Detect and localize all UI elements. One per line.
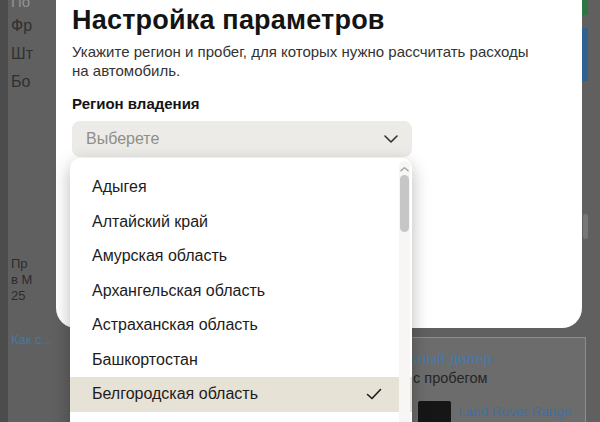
- region-option-label: Архангельская область: [92, 282, 265, 300]
- background-link-fragment: Как с...: [11, 332, 52, 347]
- modal-description-line: Укажите регион и пробег, для которых нуж…: [72, 43, 552, 62]
- region-option-label: Астраханская область: [92, 316, 258, 334]
- background-green-bar: [582, 0, 588, 15]
- background-blue-bar: [582, 28, 588, 81]
- background-paragraph-line: 25: [11, 288, 32, 304]
- scrollbar[interactable]: [399, 161, 410, 422]
- region-option[interactable]: Амурская область: [70, 239, 412, 274]
- region-field-label: Регион владения: [72, 95, 552, 113]
- background-text-fragment: По: [11, 0, 30, 10]
- region-select[interactable]: Выберете: [72, 121, 412, 157]
- region-option-label: Адыгея: [92, 178, 147, 196]
- region-list: Адыгея Алтайский край Амурская область А…: [70, 158, 412, 412]
- page-scrollbar-fragment: [583, 214, 588, 239]
- modal-description: Укажите регион и пробег, для которых нуж…: [72, 43, 552, 80]
- region-option[interactable]: Алтайский край: [70, 205, 412, 240]
- region-option[interactable]: Адыгея: [70, 170, 412, 205]
- car-model-link: Land Rover Range: [458, 404, 571, 419]
- background-paragraph-line: в М: [11, 272, 32, 288]
- region-option[interactable]: Архангельская область: [70, 274, 412, 309]
- background-text-fragment: Шт: [11, 45, 33, 63]
- background-edge: [0, 0, 8, 422]
- chevron-down-icon: [384, 135, 398, 143]
- region-option-label: Амурская область: [92, 247, 227, 265]
- background-text-fragment: Фр: [11, 17, 32, 35]
- region-dropdown: Адыгея Алтайский край Амурская область А…: [70, 158, 412, 422]
- background-paragraph-fragment: Пр в М 25: [11, 256, 32, 304]
- check-icon: [366, 388, 382, 400]
- modal-title: Настройка параметров: [72, 4, 552, 36]
- region-option-label: Белгородская область: [92, 385, 258, 403]
- region-option-label: Алтайский край: [92, 213, 208, 231]
- scrollbar-thumb[interactable]: [400, 175, 409, 232]
- background-paragraph-line: Пр: [11, 256, 32, 272]
- region-option[interactable]: Башкортостан: [70, 343, 412, 378]
- background-text-fragment: Бо: [11, 73, 30, 91]
- region-option-label: Башкортостан: [92, 351, 198, 369]
- scroll-up-icon: [400, 166, 409, 172]
- select-placeholder: Выберете: [86, 130, 159, 148]
- region-option[interactable]: Белгородская область: [70, 377, 412, 412]
- modal-description-line: на автомобиль.: [72, 62, 552, 81]
- car-thumbnail: [418, 401, 451, 422]
- region-option[interactable]: Астраханская область: [70, 308, 412, 343]
